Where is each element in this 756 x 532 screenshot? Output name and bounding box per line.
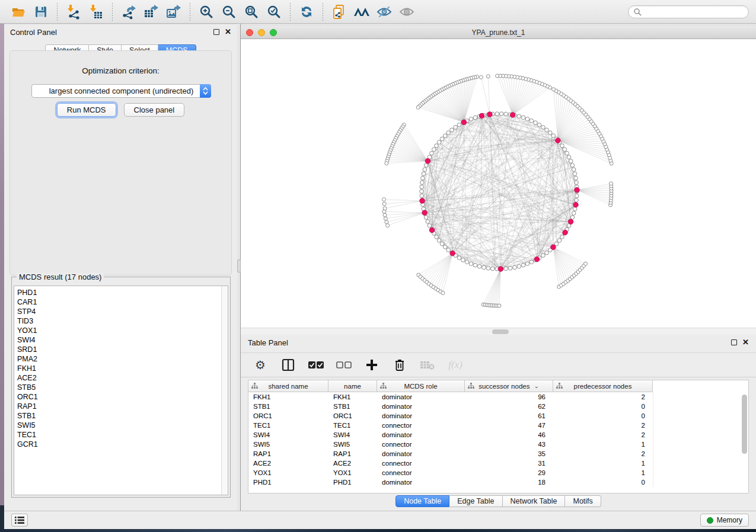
ring-node[interactable] xyxy=(420,194,424,198)
table-row[interactable]: SWI5SWI5connector431 xyxy=(248,440,748,449)
mcds-hub-node[interactable] xyxy=(568,219,573,224)
network-canvas[interactable] xyxy=(241,39,756,328)
minimize-window-icon[interactable] xyxy=(258,29,265,36)
ring-node[interactable] xyxy=(440,137,444,141)
network-window-titlebar[interactable]: YPA_prune.txt_1 xyxy=(241,26,756,39)
mcds-result-item[interactable]: TEC1 xyxy=(17,430,228,440)
ring-node[interactable] xyxy=(421,176,425,180)
ring-node[interactable] xyxy=(469,262,473,266)
ring-node[interactable] xyxy=(560,144,564,148)
network-hscrollbar-thumb[interactable] xyxy=(492,329,509,334)
mcds-result-item[interactable]: CAR1 xyxy=(17,297,228,307)
mcds-hub-node[interactable] xyxy=(429,227,434,232)
ring-node[interactable] xyxy=(423,168,427,172)
mcds-result-item[interactable]: GCR1 xyxy=(17,440,228,449)
ring-node[interactable] xyxy=(525,262,529,266)
mcds-result-item[interactable]: SWI5 xyxy=(17,421,228,430)
ring-node[interactable] xyxy=(513,265,517,270)
ring-node[interactable] xyxy=(450,128,454,132)
task-history-button[interactable] xyxy=(11,514,28,527)
select-all-rows-icon[interactable] xyxy=(308,357,324,373)
float-table-panel-icon[interactable] xyxy=(731,339,737,345)
network-search-field[interactable] xyxy=(628,5,749,18)
ring-node[interactable] xyxy=(435,144,439,148)
zoom-window-icon[interactable] xyxy=(270,29,277,36)
ring-node[interactable] xyxy=(465,260,469,264)
ring-node[interactable] xyxy=(482,265,486,270)
table-row[interactable]: RAP1RAP1dominator352 xyxy=(248,449,748,459)
ring-node[interactable] xyxy=(529,260,534,264)
mcds-result-item[interactable]: PMA2 xyxy=(17,354,228,364)
table-row[interactable]: TEC1TEC1connector472 xyxy=(248,421,748,430)
table-vscrollbar-thumb[interactable] xyxy=(742,395,747,454)
mcds-result-item[interactable]: STB5 xyxy=(17,383,228,392)
mcds-result-list[interactable]: PHD1CAR1STP4TID3YOX1SWI4SRD1PMA2FKH1ACE2… xyxy=(14,286,228,495)
zoom-selected-icon[interactable] xyxy=(265,3,283,21)
mcds-hub-node[interactable] xyxy=(450,251,455,255)
ring-node[interactable] xyxy=(541,254,546,258)
clone-network-icon[interactable] xyxy=(330,3,348,21)
ring-node[interactable] xyxy=(517,264,521,268)
tab-network-table[interactable]: Network Table xyxy=(503,495,566,507)
tab-node-table[interactable]: Node Table xyxy=(395,495,449,507)
ring-node[interactable] xyxy=(430,151,434,155)
tab-edge-table[interactable]: Edge Table xyxy=(449,495,502,507)
ring-node[interactable] xyxy=(541,126,546,130)
import-table-icon[interactable] xyxy=(87,3,105,21)
close-table-panel-icon[interactable]: ✕ xyxy=(742,339,749,345)
mcds-hub-node[interactable] xyxy=(461,120,466,124)
leaf-node[interactable] xyxy=(496,74,499,78)
ring-node[interactable] xyxy=(432,148,436,152)
ring-node[interactable] xyxy=(446,131,451,135)
leaf-node[interactable] xyxy=(382,198,386,201)
zoom-in-icon[interactable] xyxy=(197,3,215,21)
table-row[interactable]: PHD1PHD1dominator180 xyxy=(248,477,748,487)
node-table[interactable]: shared namenameMCDS rolesuccessor nodes⌄… xyxy=(248,380,749,493)
table-row[interactable]: SWI4SWI4dominator462 xyxy=(248,430,748,440)
mcds-result-item[interactable]: FKH1 xyxy=(17,364,228,373)
leaf-node[interactable] xyxy=(497,304,501,307)
mcds-result-item[interactable]: SRD1 xyxy=(17,345,228,354)
mcds-result-item[interactable]: STP4 xyxy=(17,307,228,316)
table-options-gear-icon[interactable]: ⚙ xyxy=(253,357,268,373)
close-window-icon[interactable] xyxy=(246,29,253,36)
ring-node[interactable] xyxy=(440,242,444,246)
table-row[interactable]: ORC1ORC1dominator610 xyxy=(248,411,748,421)
ring-node[interactable] xyxy=(495,112,499,116)
table-row[interactable]: YOX1YOX1connector291 xyxy=(248,468,748,477)
ring-node[interactable] xyxy=(567,155,571,159)
apply-layout-icon[interactable] xyxy=(298,3,315,21)
column-header-predecessor-nodes[interactable]: predecessor nodes xyxy=(553,380,653,392)
open-folder-icon[interactable] xyxy=(9,3,27,21)
delete-rows-trash-icon[interactable] xyxy=(392,357,407,373)
ring-node[interactable] xyxy=(545,128,549,132)
leaf-node[interactable] xyxy=(382,210,386,213)
ring-node[interactable] xyxy=(428,224,432,228)
ring-node[interactable] xyxy=(473,263,477,267)
ring-node[interactable] xyxy=(424,216,428,220)
zoom-fit-icon[interactable] xyxy=(243,3,260,21)
mcds-result-item[interactable]: YOX1 xyxy=(17,326,228,335)
ring-node[interactable] xyxy=(443,245,447,249)
table-row[interactable]: FKH1FKH1dominator962 xyxy=(248,392,748,402)
mcds-result-item[interactable]: SWI4 xyxy=(17,335,228,345)
leaf-node[interactable] xyxy=(386,224,390,227)
ring-node[interactable] xyxy=(422,172,426,176)
ring-node[interactable] xyxy=(508,266,512,270)
ring-node[interactable] xyxy=(473,116,477,120)
ring-node[interactable] xyxy=(560,235,564,239)
leaf-node[interactable] xyxy=(441,291,445,294)
import-network-icon[interactable] xyxy=(65,3,82,21)
column-header-shared-name[interactable]: shared name xyxy=(248,380,328,392)
close-panel-button[interactable]: Close panel xyxy=(124,103,185,117)
ring-node[interactable] xyxy=(504,112,508,116)
mcds-hub-node[interactable] xyxy=(511,113,515,117)
export-image-icon[interactable] xyxy=(165,3,183,21)
ring-node[interactable] xyxy=(525,117,529,121)
hide-selected-eye-icon[interactable] xyxy=(375,3,393,21)
leaf-node[interactable] xyxy=(385,220,388,224)
mcds-result-item[interactable]: ORC1 xyxy=(17,392,228,402)
mcds-hub-node[interactable] xyxy=(420,198,425,203)
ring-node[interactable] xyxy=(573,172,577,176)
ring-node[interactable] xyxy=(534,121,538,125)
